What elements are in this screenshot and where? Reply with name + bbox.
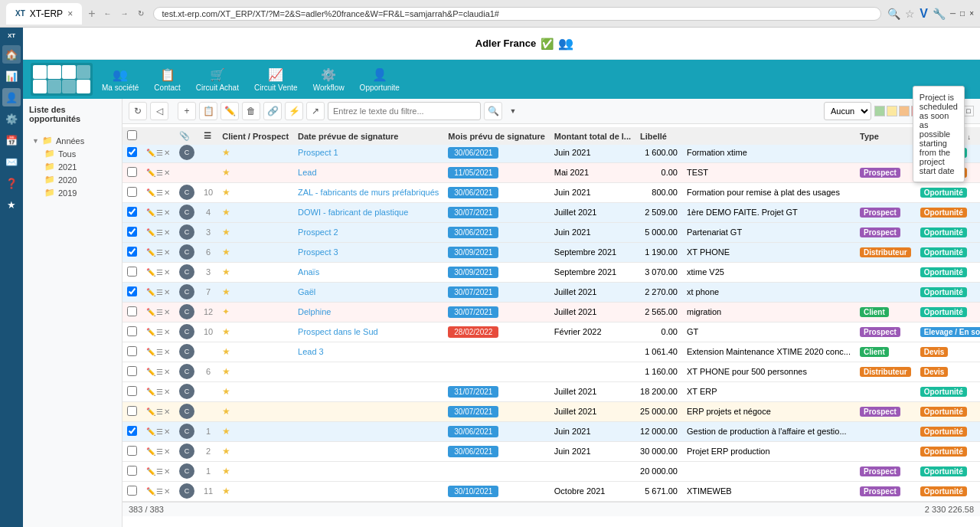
tab-close-button[interactable]: ×: [67, 8, 73, 19]
delete-row-button[interactable]: ✕: [164, 268, 170, 277]
star-icon[interactable]: ★: [222, 406, 230, 417]
list-row-button[interactable]: ☰: [156, 308, 163, 316]
date-badge[interactable]: 30/07/2021: [448, 406, 498, 417]
forward-button[interactable]: →: [118, 8, 130, 20]
nav-grid[interactable]: [31, 63, 93, 96]
browser-tab[interactable]: XT XT-ERP ×: [6, 3, 82, 25]
add-button[interactable]: +: [178, 102, 196, 120]
client-link[interactable]: Lead: [298, 168, 316, 177]
list-row-button[interactable]: ☰: [156, 288, 163, 296]
star-icon[interactable]: ★: [222, 267, 230, 277]
star-icon[interactable]: ★: [222, 187, 230, 198]
sidebar-icon-help[interactable]: ❓: [2, 174, 21, 192]
delete-row-button[interactable]: ✕: [164, 348, 170, 356]
row-checkbox[interactable]: [127, 306, 137, 316]
list-row-button[interactable]: ☰: [156, 248, 163, 257]
date-badge[interactable]: 31/07/2021: [448, 386, 498, 398]
maximize-button[interactable]: □: [960, 9, 965, 18]
row-checkbox[interactable]: [127, 286, 137, 296]
star-icon[interactable]: ★: [222, 426, 230, 437]
delete-row-button[interactable]: ✕: [164, 427, 170, 436]
date-badge[interactable]: 11/05/2021: [448, 167, 498, 178]
tree-item-tous[interactable]: 📁 Tous: [41, 147, 116, 160]
delete-row-button[interactable]: ✕: [164, 388, 170, 396]
row-checkbox[interactable]: [127, 466, 137, 476]
edit-row-button[interactable]: ✏️: [146, 149, 155, 157]
view-button[interactable]: □: [963, 106, 974, 116]
delete-row-button[interactable]: ✕: [164, 208, 170, 217]
row-checkbox[interactable]: [127, 446, 137, 456]
client-link[interactable]: Prospect dans le Sud: [298, 327, 378, 336]
row-checkbox[interactable]: [127, 187, 137, 197]
nav-item-contact[interactable]: 📋 Contact: [148, 64, 186, 95]
tree-item-2021[interactable]: 📁 2021: [41, 160, 116, 173]
list-row-button[interactable]: ☰: [156, 348, 163, 356]
filter-button[interactable]: ⚡: [285, 102, 303, 120]
delete-row-button[interactable]: ✕: [164, 368, 170, 376]
delete-row-button[interactable]: ✕: [164, 408, 170, 416]
delete-row-button[interactable]: ✕: [164, 328, 170, 336]
date-badge[interactable]: 30/06/2021: [448, 426, 498, 437]
list-row-button[interactable]: ☰: [156, 447, 163, 456]
color-orange[interactable]: [899, 106, 910, 116]
sidebar-icon-calendar[interactable]: 📅: [2, 131, 21, 149]
row-checkbox[interactable]: [127, 366, 137, 376]
back-nav-button[interactable]: ◁: [150, 102, 168, 120]
star-icon[interactable]: ★: [222, 386, 230, 397]
delete-row-button[interactable]: ✕: [164, 169, 170, 177]
edit-row-button[interactable]: ✏️: [146, 328, 155, 336]
list-row-button[interactable]: ☰: [156, 388, 163, 396]
edit-row-button[interactable]: ✏️: [146, 188, 155, 197]
extensions-icon[interactable]: 🔧: [933, 8, 946, 20]
client-link[interactable]: Delphine: [298, 307, 331, 316]
list-row-button[interactable]: ☰: [156, 328, 163, 336]
star-icon[interactable]: ★: [222, 207, 230, 218]
edit-row-button[interactable]: ✏️: [146, 348, 155, 356]
client-link[interactable]: Prospect 3: [298, 247, 338, 257]
col-type[interactable]: Type: [855, 127, 916, 146]
edit-row-button[interactable]: ✏️: [146, 169, 155, 177]
list-row-button[interactable]: ☰: [156, 467, 163, 476]
list-row-button[interactable]: ☰: [156, 208, 163, 217]
filter-input[interactable]: [328, 102, 481, 120]
date-badge[interactable]: 30/07/2021: [448, 207, 498, 218]
date-badge[interactable]: 30/06/2021: [448, 147, 498, 159]
list-row-button[interactable]: ☰: [156, 427, 163, 436]
list-row-button[interactable]: ☰: [156, 368, 163, 376]
client-link[interactable]: Gaël: [298, 287, 315, 296]
client-link[interactable]: DOWI - fabricant de plastique: [298, 208, 408, 217]
row-checkbox[interactable]: [127, 267, 137, 277]
sidebar-icon-chart[interactable]: 📊: [2, 67, 21, 85]
star-icon[interactable]: ★: [222, 247, 230, 257]
edit-row-button[interactable]: ✏️: [146, 487, 155, 496]
list-row-button[interactable]: ☰: [156, 408, 163, 416]
star-icon[interactable]: ★: [222, 167, 230, 178]
star-icon[interactable]: ★: [222, 366, 230, 377]
row-checkbox[interactable]: [127, 167, 137, 177]
select-all-checkbox[interactable]: [127, 130, 137, 140]
reload-button[interactable]: ↻: [135, 8, 147, 20]
users-icon[interactable]: 👥: [558, 36, 573, 51]
tree-item-2019[interactable]: 📁 2019: [41, 186, 116, 199]
row-checkbox[interactable]: [127, 227, 137, 237]
date-badge[interactable]: 30/06/2021: [448, 187, 498, 198]
list-row-button[interactable]: ☰: [156, 268, 163, 277]
date-badge[interactable]: 30/09/2021: [448, 247, 498, 258]
delete-row-button[interactable]: ✕: [164, 149, 170, 157]
sidebar-icon-star[interactable]: ★: [2, 195, 21, 214]
star-icon[interactable]: ★: [222, 346, 230, 357]
row-checkbox[interactable]: [127, 426, 137, 436]
delete-row-button[interactable]: ✕: [164, 188, 170, 197]
list-row-button[interactable]: ☰: [156, 487, 163, 496]
nav-item-opportunite[interactable]: 👤 Opportunite: [354, 64, 406, 95]
new-tab-button[interactable]: +: [88, 7, 95, 21]
date-badge[interactable]: 30/10/2021: [448, 486, 498, 497]
delete-row-button[interactable]: ✕: [164, 487, 170, 496]
star-icon[interactable]: ✦: [222, 306, 230, 317]
client-link[interactable]: Prospect 2: [298, 227, 338, 237]
client-link[interactable]: Anaïs: [298, 267, 319, 277]
copy-button[interactable]: 📋: [199, 102, 217, 120]
list-row-button[interactable]: ☰: [156, 228, 163, 237]
list-row-button[interactable]: ☰: [156, 169, 163, 177]
nav-item-workflow[interactable]: ⚙️ Workflow: [307, 64, 351, 95]
